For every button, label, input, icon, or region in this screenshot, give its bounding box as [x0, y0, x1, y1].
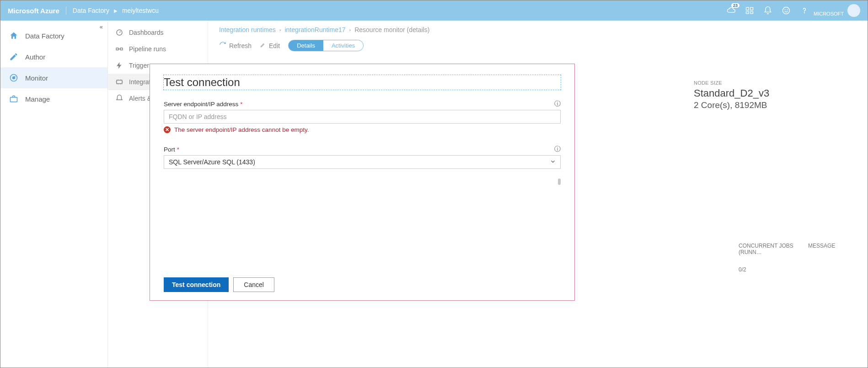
- svg-rect-0: [746, 7, 749, 10]
- col-concurrent-jobs: CONCURRENT JOBS (RUNN…: [739, 243, 798, 255]
- dialog-title: Test connection: [164, 75, 561, 90]
- node-size-card: NODE SIZE Standard_D2_v3 2 Core(s), 8192…: [694, 80, 822, 110]
- bell-small-icon: [115, 94, 123, 103]
- chevron-right-icon: ›: [279, 27, 281, 32]
- svg-rect-13: [120, 48, 123, 50]
- rail-item-monitor[interactable]: Monitor: [0, 67, 107, 88]
- content-toolbar: Refresh Edit Details Activities: [219, 40, 857, 51]
- bell-icon[interactable]: [763, 6, 772, 15]
- rail-label: Data Factory: [25, 32, 64, 40]
- refresh-button[interactable]: Refresh: [219, 41, 252, 50]
- info-icon[interactable]: ⓘ: [554, 100, 561, 108]
- svg-rect-3: [750, 12, 753, 14]
- chevron-right-icon: ▶: [114, 8, 118, 13]
- subnav-pipeline-runs[interactable]: Pipeline runs: [108, 41, 208, 57]
- pencil-small-icon: [260, 42, 266, 49]
- integration-icon: [115, 78, 123, 86]
- brand-label[interactable]: Microsoft Azure: [8, 7, 66, 15]
- topbar-icons: 23: [727, 6, 814, 15]
- directory-icon[interactable]: [745, 6, 754, 15]
- server-endpoint-label: Server endpoint/IP address * ⓘ: [164, 100, 561, 108]
- gauge-icon: [9, 73, 19, 83]
- node-size-label: NODE SIZE: [694, 80, 822, 86]
- cancel-button[interactable]: Cancel: [233, 277, 274, 292]
- scrollbar-thumb[interactable]: [558, 179, 561, 185]
- toolbox-icon: [9, 94, 19, 104]
- notification-badge: 23: [731, 3, 739, 8]
- rail-label: Author: [25, 53, 45, 61]
- svg-rect-12: [116, 48, 118, 50]
- smiley-icon[interactable]: [782, 6, 791, 15]
- server-endpoint-input[interactable]: [164, 110, 561, 124]
- test-connection-button[interactable]: Test connection: [164, 277, 229, 292]
- svg-rect-14: [117, 80, 122, 84]
- svg-point-7: [804, 13, 805, 13]
- avatar[interactable]: [847, 4, 860, 17]
- node-size-value: Standard_D2_v3: [694, 87, 822, 99]
- svg-point-4: [783, 7, 790, 14]
- error-icon: ✕: [164, 126, 171, 133]
- subnav-label: Integrati: [129, 78, 152, 86]
- test-connection-dialog: Test connection Server endpoint/IP addre…: [150, 64, 575, 301]
- pencil-icon: [9, 52, 19, 62]
- gauge-small-icon: [115, 28, 123, 37]
- help-icon[interactable]: [800, 6, 809, 15]
- error-text: The server endpoint/IP address cannot be…: [174, 126, 309, 133]
- left-rail: « Data Factory Author Monitor Manage: [0, 21, 108, 368]
- tenant-block[interactable]: name MICROSOFT: [814, 5, 847, 16]
- bc-resource-monitor: Resource monitor (details): [354, 26, 429, 33]
- node-size-detail: 2 Core(s), 8192MB: [694, 100, 822, 110]
- top-bar: Microsoft Azure Data Factory ▶ meiyltest…: [0, 0, 868, 21]
- breadcrumb: Data Factory ▶ meiyltestwcu: [66, 7, 159, 14]
- rail-item-data-factory[interactable]: Data Factory: [0, 25, 107, 46]
- bc-integration-runtimes[interactable]: Integration runtimes: [219, 26, 276, 33]
- jobs-row-value: 0/2: [739, 266, 840, 273]
- required-marker: *: [240, 101, 242, 108]
- port-label: Port * ⓘ: [164, 145, 561, 153]
- home-icon: [9, 31, 19, 41]
- col-message: MESSAGE: [808, 243, 840, 255]
- subnav-label: Pipeline runs: [129, 45, 166, 53]
- rail-label: Monitor: [25, 74, 48, 82]
- svg-point-6: [787, 10, 788, 10]
- subnav-label: Dashboards: [129, 29, 164, 36]
- collapse-rail-icon[interactable]: «: [100, 23, 103, 30]
- content-breadcrumbs: Integration runtimes › integrationRuntim…: [219, 26, 857, 33]
- tenant-label: MICROSOFT: [814, 11, 844, 16]
- breadcrumb-resource[interactable]: meiyltestwcu: [122, 7, 159, 14]
- breadcrumb-service[interactable]: Data Factory: [73, 7, 109, 14]
- view-toggle: Details Activities: [288, 40, 364, 51]
- bolt-icon: [115, 61, 123, 70]
- subnav-label: Alerts &: [129, 95, 151, 102]
- svg-rect-10: [11, 97, 17, 102]
- rail-label: Manage: [25, 95, 50, 103]
- svg-rect-2: [746, 12, 749, 14]
- refresh-label: Refresh: [229, 42, 252, 49]
- pipeline-icon: [115, 45, 123, 53]
- refresh-icon: [219, 41, 226, 50]
- rail-item-manage[interactable]: Manage: [0, 88, 107, 109]
- cloud-shell-icon[interactable]: 23: [727, 6, 736, 15]
- port-select[interactable]: [164, 155, 561, 169]
- svg-point-5: [785, 10, 785, 10]
- required-marker: *: [177, 146, 179, 153]
- subnav-dashboards[interactable]: Dashboards: [108, 24, 208, 41]
- edit-button[interactable]: Edit: [260, 42, 280, 49]
- tab-details[interactable]: Details: [289, 40, 323, 51]
- info-icon[interactable]: ⓘ: [554, 145, 561, 153]
- rail-item-author[interactable]: Author: [0, 46, 107, 67]
- jobs-table: CONCURRENT JOBS (RUNN… MESSAGE 0/2: [739, 243, 840, 273]
- svg-rect-1: [750, 7, 753, 10]
- bc-runtime-name[interactable]: integrationRuntime17: [284, 26, 345, 33]
- tab-activities[interactable]: Activities: [323, 40, 363, 51]
- edit-label: Edit: [269, 42, 280, 49]
- server-endpoint-error: ✕ The server endpoint/IP address cannot …: [164, 126, 561, 133]
- chevron-right-icon: ›: [349, 27, 351, 32]
